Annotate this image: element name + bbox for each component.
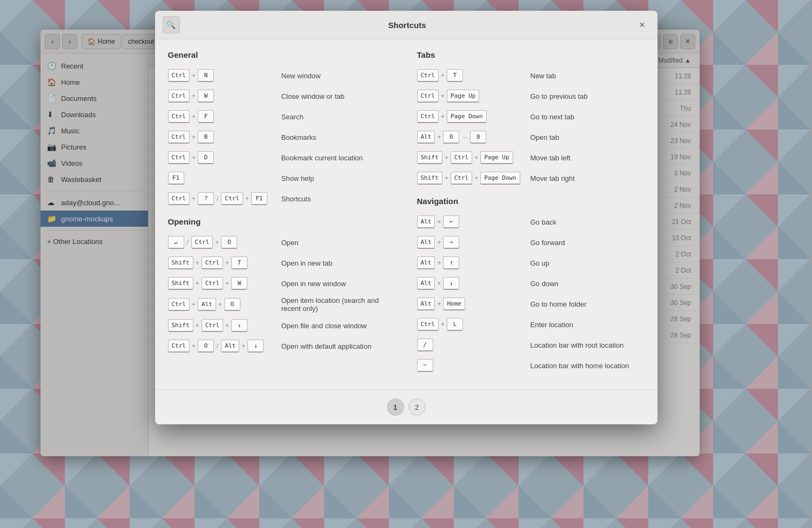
dialog-close-button[interactable]: × <box>635 17 650 32</box>
page-2-button[interactable]: 2 <box>408 398 426 416</box>
navigation-section-title: Navigation <box>417 197 645 206</box>
shortcut-open-new-tab: Shift + Ctrl + T Open in new tab <box>168 255 395 270</box>
shortcut-go-home: Alt + Home Go to home folder <box>417 296 645 312</box>
shortcut-new-tab: Ctrl + T New tab <box>417 68 645 83</box>
shortcut-open-close: Shift + Ctrl + ↓ Open file and close win… <box>168 318 395 333</box>
dialog-title: Shortcuts <box>180 21 635 30</box>
shortcut-move-tab-right: Shift + Ctrl + Page Down Move tab right <box>417 171 645 186</box>
dialog-body: General Ctrl + N New window Ctrl + W <box>155 39 657 389</box>
shortcut-new-window: Ctrl + N New window <box>168 68 395 83</box>
shortcut-move-tab-left: Shift + Ctrl + Page Up Move tab left <box>417 150 645 165</box>
right-shortcuts-column: Tabs Ctrl + T New tab Ctrl + Page Up <box>417 50 645 378</box>
shortcut-go-back: Alt + ← Go back <box>417 214 645 229</box>
shortcut-shortcuts: Ctrl + ? / Ctrl + F1 Shortcuts <box>168 191 395 206</box>
shortcut-open-new-window: Shift + Ctrl + W Open in new window <box>168 276 395 291</box>
shortcut-open-tab-num: Alt + 0 ··· 8 Open tab <box>417 130 645 145</box>
dialog-search-button[interactable]: 🔍 <box>163 16 180 33</box>
left-shortcuts-column: General Ctrl + N New window Ctrl + W <box>168 50 395 378</box>
shortcut-bookmark-location: Ctrl + D Bookmark current location <box>168 150 395 165</box>
shortcut-search: Ctrl + F Search <box>168 109 395 124</box>
shortcut-home-location: ~ Location bar with home location <box>417 358 645 373</box>
dialog-header: 🔍 Shortcuts × <box>155 11 657 39</box>
shortcut-go-forward: Alt + → Go forward <box>417 235 645 250</box>
dialog-overlay: 🔍 Shortcuts × General Ctrl + N New windo… <box>0 0 812 528</box>
page-1-button[interactable]: 1 <box>387 398 404 416</box>
shortcut-root-location: / Location bar with root location <box>417 337 645 353</box>
opening-section-title: Opening <box>168 217 395 226</box>
general-section-title: General <box>168 50 395 59</box>
shortcuts-dialog: 🔍 Shortcuts × General Ctrl + N New windo… <box>155 11 657 424</box>
shortcut-bookmarks: Ctrl + B Bookmarks <box>168 130 395 145</box>
shortcut-open-default: Ctrl + O / Alt + ↓ Open with default app… <box>168 339 395 354</box>
shortcut-next-tab: Ctrl + Page Down Go to next tab <box>417 109 645 124</box>
shortcut-keys-new-window: Ctrl + N <box>168 69 276 82</box>
shortcut-go-up: Alt + ↑ Go up <box>417 255 645 270</box>
shortcut-open: ↵ / Ctrl + O Open <box>168 235 395 250</box>
shortcut-go-down: Alt + ↓ Go down <box>417 276 645 291</box>
tabs-section-title: Tabs <box>417 50 645 59</box>
dialog-footer: 1 2 <box>155 389 657 424</box>
shortcut-enter-location: Ctrl + L Enter location <box>417 317 645 332</box>
shortcut-prev-tab: Ctrl + Page Up Go to previous tab <box>417 89 645 104</box>
shortcut-show-help: F1 Show help <box>168 171 395 186</box>
shortcut-open-location: Ctrl + Alt + O Open item location (searc… <box>168 296 395 313</box>
shortcut-close-window: Ctrl + W Close window or tab <box>168 89 395 104</box>
